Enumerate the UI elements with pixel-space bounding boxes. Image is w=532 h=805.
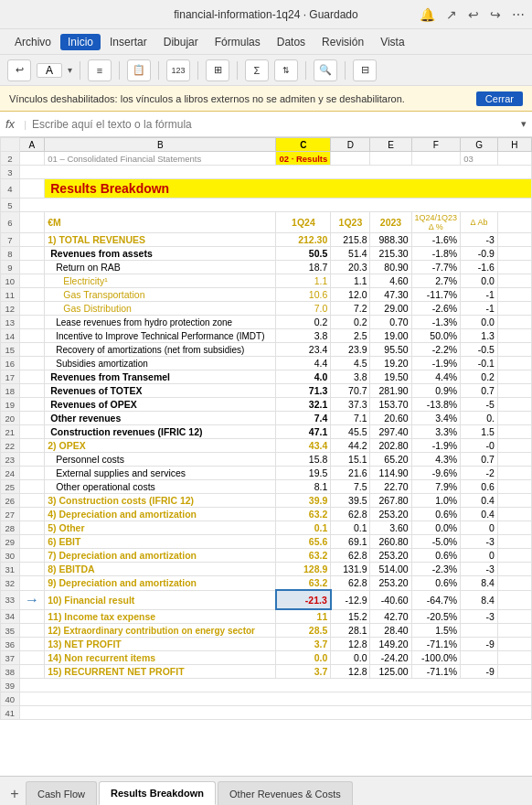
table-row: 16 Subsidies amortization 4.4 4.5 19.20 … — [1, 357, 532, 370]
table-row: 33 → 10) Financial result -21.3 -12.9 -4… — [1, 590, 532, 609]
table-row: 36 13) NET PROFIT 3.7 12.8 149.20 -71.1%… — [1, 638, 532, 651]
table-row: 29 6) EBIT 65.6 69.1 260.80 -5.0% -3 — [1, 535, 532, 549]
table-row: 39 — [1, 679, 532, 692]
table-row: 14 Incentive to Improve Technical Perfor… — [1, 329, 532, 343]
notif-close-button[interactable]: Cerrar — [476, 91, 523, 106]
table-row: 27 4) Depreciation and amortization 63.2… — [1, 508, 532, 521]
col-header-row: A B C D E F G H — [1, 138, 532, 152]
font-size-dropdown[interactable]: ▾ — [68, 65, 72, 75]
table-row: 24 External supplies and services 19.5 2… — [1, 467, 532, 480]
table-row: 22 2) OPEX 43.4 44.2 202.80 -1.9% -0 — [1, 439, 532, 453]
table-row: 5 — [1, 199, 532, 212]
col-f-header: F — [411, 138, 461, 152]
notif-text: Vínculos deshabilitados: los vínculos a … — [9, 93, 405, 104]
table-row: 25 Other operational costs 8.1 7.5 22.70… — [1, 480, 532, 494]
table-row: 35 12) Extraordinary contribution on ene… — [1, 624, 532, 638]
table-row: 19 Revenues of OPEX 32.1 37.3 153.70 -13… — [1, 398, 532, 412]
table-row: 8 Revenues from assets 50.5 51.4 215.30 … — [1, 247, 532, 261]
tab-cash-flow[interactable]: Cash Flow — [26, 781, 97, 805]
search-btn[interactable]: 🔍 — [314, 59, 337, 81]
title-bar: financial-information-1q24 · Guardado 🔔 … — [0, 0, 532, 29]
table-btn[interactable]: ⊟ — [353, 59, 377, 81]
table-row: 23 Personnel costs 15.8 15.1 65.20 4.3% … — [1, 453, 532, 467]
font-btn[interactable]: A — [37, 63, 62, 78]
table-row: 12 Gas Distribution 7.0 7.2 29.00 -2.6% … — [1, 302, 532, 316]
table-row: 20 Other revenues 7.4 7.1 20.60 3.4% 0. — [1, 412, 532, 425]
table-row: 40 — [1, 692, 532, 706]
col-g-header: G — [461, 138, 498, 152]
menu-archivo[interactable]: Archivo — [7, 34, 59, 50]
bell-icon[interactable]: 🔔 — [420, 7, 435, 22]
menu-insertar[interactable]: Insertar — [102, 34, 154, 50]
table-row: 18 Revenues of TOTEX 71.3 70.7 281.90 0.… — [1, 384, 532, 398]
menu-inicio[interactable]: Inicio — [60, 34, 101, 50]
menu-datos[interactable]: Datos — [270, 34, 313, 50]
grid-btn[interactable]: ⊞ — [206, 59, 229, 81]
table-row: 3 — [1, 166, 532, 179]
toolbar: ↩ A ▾ ≡ 📋 123 ⊞ Σ ⇅ 🔍 ⊟ — [0, 55, 532, 86]
spreadsheet-area: A B C D E F G H 2 01 – Consolidated Fina… — [0, 137, 532, 805]
share-icon[interactable]: ↗ — [446, 7, 457, 22]
table-row: 10 Electricity¹ 1.1 1.1 4.60 2.7% 0.0 — [1, 274, 532, 288]
col-d-header: D — [331, 138, 370, 152]
sigma-btn[interactable]: Σ — [245, 59, 269, 81]
table-row: 7 1) TOTAL REVENUES 212.30 215.8 988.30 … — [1, 233, 532, 247]
tab-other-revenues[interactable]: Other Revenues & Costs — [218, 781, 353, 805]
col-b-header: B — [45, 138, 276, 152]
table-row: 26 3) Construction costs (IFRIC 12) 39.9… — [1, 494, 532, 508]
add-sheet-button[interactable]: + — [4, 783, 26, 805]
menu-dibujar[interactable]: Dibujar — [156, 34, 206, 50]
table-row: 38 15) RECURRENT NET PROFIT 3.7 12.8 125… — [1, 665, 532, 679]
title-bar-icons: 🔔 ↗ ↩ ↪ ⋯ — [420, 7, 525, 22]
table-row: 9 Return on RAB 18.7 20.3 80.90 -7.7% -1… — [1, 261, 532, 274]
redo-icon[interactable]: ↪ — [490, 7, 501, 22]
menu-bar: Archivo Inicio Insertar Dibujar Fórmulas… — [0, 29, 532, 55]
table-row: 4 Results Breakdown — [1, 179, 532, 199]
align-btn[interactable]: ≡ — [88, 59, 112, 81]
table-row: 15 Recovery of amortizations (net from s… — [1, 343, 532, 357]
table-row: 2 01 – Consolidated Financial Statements… — [1, 152, 532, 166]
col-c-header: C — [276, 138, 331, 152]
table-row: 32 9) Depreciation and amortization 63.2… — [1, 576, 532, 591]
formula-divider: | — [24, 119, 27, 130]
col-h-header: H — [497, 138, 531, 152]
tab-results-breakdown[interactable]: Results Breakdown — [99, 781, 216, 805]
tab-bar: + Cash Flow Results Breakdown Other Reve… — [0, 776, 532, 805]
more-icon[interactable]: ⋯ — [512, 7, 525, 22]
formula-dropdown-icon[interactable]: ▾ — [521, 118, 527, 130]
formula-input[interactable] — [32, 118, 516, 131]
table-row: 11 Gas Transportation 10.6 12.0 47.30 -1… — [1, 288, 532, 302]
table-row: 21 Construction revenues (IFRIC 12) 47.1… — [1, 425, 532, 439]
table-row: 28 5) Other 0.1 0.1 3.60 0.0% 0 — [1, 521, 532, 535]
number-format-btn[interactable]: 123 — [166, 59, 190, 81]
menu-vista[interactable]: Vista — [373, 34, 411, 50]
table-row: 30 7) Depreciation and amortization 63.2… — [1, 549, 532, 563]
undo-btn[interactable]: ↩ — [7, 59, 31, 81]
table-row: 37 14) Non recurrent items 0.0 0.0 -24.2… — [1, 651, 532, 665]
table-row: 41 — [1, 706, 532, 720]
app-title: financial-information-1q24 · Guardado — [174, 8, 357, 21]
table-row: 34 11) Income tax expense 11 15.2 42.70 … — [1, 609, 532, 624]
table-row: 17 Revenues from Transemel 4.0 3.8 19.50… — [1, 370, 532, 384]
fx-label: fx — [5, 117, 15, 131]
table-row: 13 Lease revenues from hydro protection … — [1, 316, 532, 329]
table-row: 6 €M 1Q24 1Q23 2023 1Q24/1Q23Δ % Δ Ab — [1, 212, 532, 233]
formula-bar: fx | ▾ — [0, 112, 532, 137]
clipboard-btn[interactable]: 📋 — [127, 59, 151, 81]
notification-bar: Vínculos deshabilitados: los vínculos a … — [0, 86, 532, 112]
col-e-header: E — [370, 138, 411, 152]
menu-formulas[interactable]: Fórmulas — [207, 34, 268, 50]
data-table: A B C D E F G H 2 01 – Consolidated Fina… — [0, 137, 532, 720]
col-a-header: A — [19, 138, 45, 152]
table-row: 31 8) EBITDA 128.9 131.9 514.00 -2.3% -3 — [1, 563, 532, 576]
undo-icon[interactable]: ↩ — [468, 7, 479, 22]
menu-revision[interactable]: Revisión — [314, 34, 371, 50]
sort-btn[interactable]: ⇅ — [274, 59, 298, 81]
